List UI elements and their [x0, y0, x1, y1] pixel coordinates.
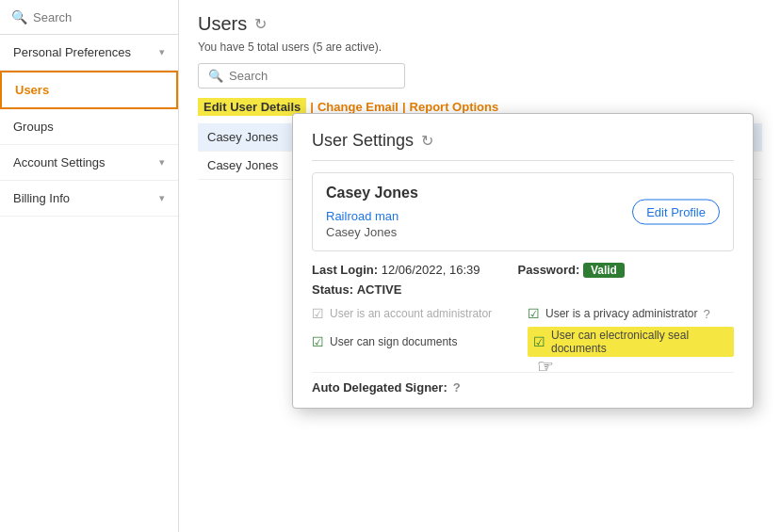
password-label: Password:: [518, 263, 580, 277]
sidebar-item-account-settings[interactable]: Account Settings ▾: [0, 145, 178, 181]
sidebar-search-input[interactable]: [33, 10, 167, 24]
help-icon[interactable]: ?: [703, 307, 709, 321]
status-value: ACTIVE: [357, 282, 402, 297]
checkbox-icon: ☑: [528, 306, 540, 321]
sidebar-item-label: Users: [15, 83, 49, 97]
perm-seal-docs: ☑ User can electronically seal documents…: [528, 327, 734, 357]
last-login-info: Last Login: 12/06/2022, 16:39: [312, 263, 480, 277]
sidebar-item-label: Billing Info: [13, 191, 70, 205]
sidebar-item-label: Account Settings: [13, 155, 106, 169]
user-name: Casey Jones: [207, 130, 278, 144]
profile-username: Casey Jones: [326, 225, 720, 239]
perm-sign-docs: ☑ User can sign documents: [312, 327, 518, 357]
search-icon: 🔍: [11, 9, 27, 24]
help-icon[interactable]: ?: [453, 380, 461, 395]
sidebar-item-label: Groups: [13, 120, 54, 134]
user-settings-overlay: User Settings ↻ Casey Jones Railroad man…: [292, 113, 754, 409]
auto-delegated-signer: Auto Delegated Signer: ?: [312, 372, 734, 395]
perm-account-admin: ☑ User is an account administrator: [312, 306, 518, 321]
separator: |: [399, 100, 410, 114]
main-panel: Users ↻ You have 5 total users (5 are ac…: [179, 0, 781, 532]
permissions-grid: ☑ User is an account administrator ☑ Use…: [312, 306, 734, 357]
sidebar-item-billing-info[interactable]: Billing Info ▾: [0, 181, 178, 217]
sidebar-item-personal-preferences[interactable]: Personal Preferences ▾: [0, 35, 178, 71]
page-title: Users: [198, 13, 247, 35]
search-icon: 🔍: [208, 69, 223, 83]
checkbox-icon: ☑: [312, 306, 324, 321]
hand-cursor-icon: ☞: [537, 355, 554, 378]
perm-label: User is a privacy administrator: [545, 307, 697, 320]
separator: |: [306, 100, 317, 114]
chevron-down-icon: ▾: [159, 156, 165, 169]
change-email-link[interactable]: Change Email: [317, 100, 399, 114]
perm-label: User can sign documents: [330, 335, 457, 348]
edit-profile-button[interactable]: Edit Profile: [632, 200, 720, 225]
sidebar-item-groups[interactable]: Groups: [0, 109, 178, 145]
users-search-input[interactable]: [229, 69, 395, 83]
chevron-down-icon: ▾: [159, 46, 165, 58]
user-name: Casey Jones: [207, 158, 278, 172]
sidebar-item-users[interactable]: Users: [0, 71, 178, 109]
status-label: Status:: [312, 282, 353, 297]
last-login-value: 12/06/2022, 16:39: [382, 263, 480, 277]
checkbox-icon: ☑: [533, 334, 545, 349]
auto-delegated-label: Auto Delegated Signer:: [312, 380, 447, 395]
users-title: Users ↻: [198, 13, 762, 35]
sidebar-item-label: Personal Preferences: [13, 45, 131, 59]
password-status-badge: Valid: [583, 263, 625, 278]
last-login-label: Last Login:: [312, 263, 378, 277]
report-options-link[interactable]: Report Options: [410, 100, 499, 114]
overlay-title: User Settings: [312, 131, 414, 151]
perm-privacy-admin: ☑ User is a privacy administrator ?: [528, 306, 734, 321]
password-info: Password: Valid: [518, 263, 625, 277]
sidebar: 🔍 Personal Preferences ▾ Users Groups Ac…: [0, 0, 179, 532]
perm-label: User is an account administrator: [330, 307, 492, 320]
sidebar-search-container[interactable]: 🔍: [0, 0, 178, 35]
refresh-icon[interactable]: ↻: [421, 132, 433, 150]
status-row: Status: ACTIVE: [312, 282, 734, 297]
user-settings-title: User Settings ↻: [312, 131, 734, 161]
checkbox-icon: ☑: [312, 334, 324, 349]
refresh-icon[interactable]: ↻: [254, 15, 267, 33]
users-search-bar[interactable]: 🔍: [198, 63, 405, 89]
perm-label: User can electronically seal documents: [551, 329, 728, 355]
edit-user-details-link[interactable]: Edit User Details: [198, 98, 306, 116]
chevron-down-icon: ▾: [159, 192, 165, 204]
profile-card: Casey Jones Railroad man Casey Jones Edi…: [312, 172, 734, 251]
last-login-row: Last Login: 12/06/2022, 16:39 Password: …: [312, 263, 734, 277]
users-subtitle: You have 5 total users (5 are active).: [198, 40, 762, 54]
